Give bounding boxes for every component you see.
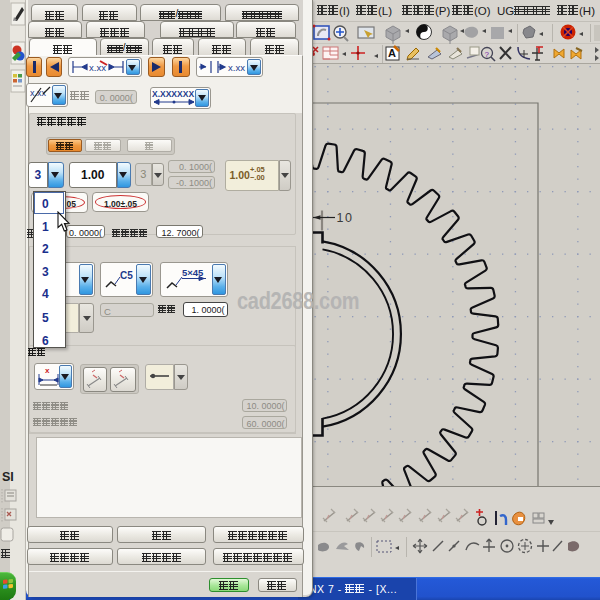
- svg-text:5×45: 5×45: [182, 267, 204, 278]
- svg-text:SI: SI: [2, 470, 14, 484]
- svg-text:x: x: [45, 366, 50, 375]
- svg-text:A: A: [388, 47, 396, 59]
- svg-text:x.xx: x.xx: [228, 62, 245, 73]
- svg-text:10: 10: [337, 211, 354, 225]
- svg-text:C5: C5: [120, 270, 133, 281]
- svg-text:?: ?: [485, 50, 490, 59]
- svg-text:X.XXXXXX: X.XXXXXX: [152, 89, 194, 99]
